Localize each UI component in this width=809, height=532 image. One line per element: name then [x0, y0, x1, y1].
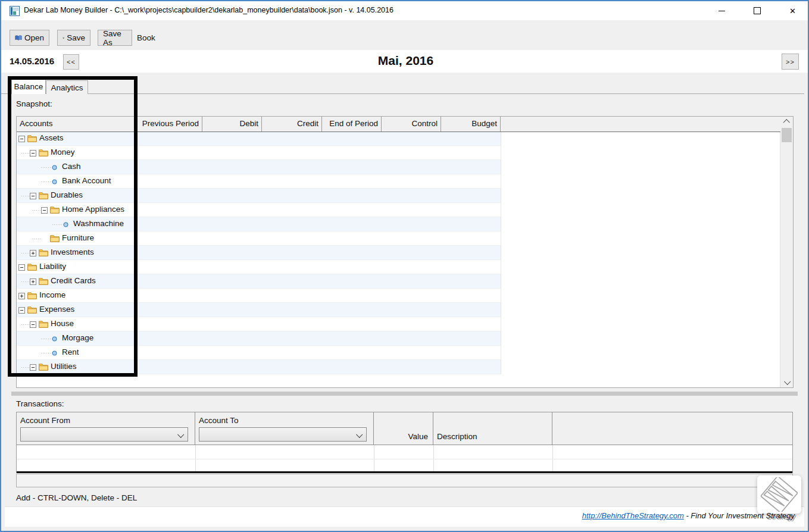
tree-row-expenses[interactable]: Expenses	[17, 303, 501, 317]
column-header-debit[interactable]: Debit	[202, 117, 262, 132]
toolbar: Open Save Save As Book	[1, 20, 808, 51]
tree-row-home-appliances[interactable]: Home Appliances	[17, 203, 501, 217]
tree-row-credit-cards[interactable]: Credit Cards	[17, 274, 501, 289]
tree-row-label: Liability	[39, 262, 66, 271]
column-header-budget[interactable]: Budget	[441, 117, 501, 132]
period-title: Mai, 2016	[1, 54, 809, 68]
tree-connector-line	[33, 239, 41, 239]
column-header-filler	[501, 117, 780, 132]
tree-row-label: Morgage	[62, 333, 93, 342]
tree-row-label: Washmachine	[73, 219, 124, 228]
column-header-accounts[interactable]: Accounts	[17, 117, 136, 132]
minimize-button[interactable]	[708, 1, 735, 20]
tree-row-label: Money	[51, 148, 75, 157]
behind-the-strategy-logo-icon	[761, 477, 798, 512]
folder-icon	[50, 206, 60, 214]
tree-row-label: Home Appliances	[62, 205, 124, 214]
header-value: Value	[374, 412, 433, 445]
collapse-minus-icon[interactable]	[41, 207, 48, 214]
tree-row-morgage[interactable]: Morgage	[17, 331, 501, 346]
tree-row-assets[interactable]: Assets	[17, 132, 501, 146]
combo-chevron-down-icon	[356, 431, 363, 438]
tree-row-income[interactable]: Income	[17, 289, 501, 303]
splitter-bar[interactable]	[11, 392, 798, 396]
tree-row-liability[interactable]: Liability	[17, 260, 501, 274]
snapshot-label: Snapshot:	[16, 99, 52, 108]
minimize-icon	[719, 11, 725, 11]
scroll-down-button[interactable]	[780, 377, 793, 387]
tree-row-washmachine[interactable]: Washmachine	[17, 217, 501, 231]
shortcut-hint: Add - CTRL-DOWN, Delete - DEL	[16, 493, 137, 502]
tree-row-cash[interactable]: Cash	[17, 160, 501, 174]
collapse-minus-icon[interactable]	[30, 364, 36, 371]
account-bullet-icon	[52, 336, 57, 342]
collapse-minus-icon[interactable]	[30, 193, 36, 199]
expand-plus-icon[interactable]	[30, 278, 36, 285]
horizontal-scrollbar[interactable]	[16, 474, 793, 487]
column-header-credit[interactable]: Credit	[262, 117, 322, 132]
tree-row-label: Income	[39, 290, 65, 299]
column-header-end-of-period[interactable]: End of Period	[322, 117, 382, 132]
close-icon: ✕	[789, 7, 796, 15]
tree-row-bank-account[interactable]: Bank Account	[17, 174, 501, 189]
expand-plus-icon[interactable]	[18, 293, 25, 299]
date-navigation-bar: 14.05.2016 << Mai, 2016 >>	[1, 50, 808, 73]
collapse-minus-icon[interactable]	[18, 136, 25, 142]
value-label: Value	[408, 432, 428, 441]
save-icon	[63, 33, 64, 42]
collapse-minus-icon[interactable]	[30, 321, 36, 328]
account-bullet-icon	[52, 165, 57, 170]
maximize-button[interactable]	[744, 1, 770, 20]
account-bullet-icon	[52, 179, 57, 184]
behind-the-strategy-link[interactable]: http://BehindTheStrategy.com	[582, 511, 684, 520]
tree-connector-line	[21, 281, 30, 282]
scroll-up-button[interactable]	[780, 117, 793, 127]
folder-icon	[27, 263, 37, 271]
tree-row-investments[interactable]: Investments	[17, 246, 501, 260]
header-account-from: Account From	[17, 412, 195, 445]
tree-row-money[interactable]: Money	[17, 146, 501, 160]
collapse-minus-icon[interactable]	[18, 264, 25, 271]
logo-card	[757, 475, 801, 514]
tab-balance[interactable]: Balance	[11, 79, 46, 94]
tree-row-durables[interactable]: Durables	[17, 189, 501, 203]
combo-chevron-down-icon	[177, 431, 184, 438]
account-from-combo[interactable]	[20, 427, 188, 442]
save-as-button[interactable]: Save As	[98, 30, 132, 46]
account-from-label: Account From	[20, 416, 70, 425]
column-header-control[interactable]: Control	[382, 117, 441, 132]
collapse-minus-icon[interactable]	[18, 307, 25, 314]
collapse-minus-icon[interactable]	[30, 150, 36, 157]
expand-plus-icon[interactable]	[30, 250, 36, 256]
grid-column-line	[501, 132, 501, 374]
row-divider	[17, 459, 792, 459]
next-period-button[interactable]: >>	[782, 54, 799, 70]
tree-row-label: Bank Account	[62, 176, 111, 185]
tree-row-rent[interactable]: Rent	[17, 346, 501, 360]
column-header-previous-period[interactable]: Previous Period	[136, 117, 202, 132]
scrollbar-thumb[interactable]	[782, 128, 792, 142]
vertical-scrollbar[interactable]	[780, 117, 793, 387]
tab-strip-border	[1, 93, 804, 94]
open-button[interactable]: Open	[10, 30, 49, 46]
tree-row-furniture[interactable]: Furniture	[17, 231, 501, 246]
account-to-label: Account To	[199, 416, 239, 425]
account-to-combo[interactable]	[199, 427, 367, 442]
tree-row-utilities[interactable]: Utilities	[17, 360, 501, 374]
account-bullet-icon	[63, 222, 68, 227]
save-button-label: Save	[67, 33, 85, 42]
folder-icon	[39, 277, 48, 285]
tree-row-label: Furniture	[62, 233, 94, 242]
chevron-down-icon	[784, 378, 791, 385]
close-button[interactable]: ✕	[779, 1, 806, 20]
folder-icon	[27, 134, 37, 142]
folder-icon	[27, 292, 37, 299]
header-filler	[552, 412, 792, 445]
save-button[interactable]: Save	[57, 30, 90, 46]
table-bottom-line	[17, 471, 792, 473]
transactions-label: Transactions:	[16, 399, 64, 408]
maximize-icon	[754, 7, 761, 14]
tree-row-house[interactable]: House	[17, 317, 501, 331]
tab-analytics[interactable]: Analytics	[46, 80, 88, 94]
application-window: Dekar Lab Money Builder - C:\_work\proje…	[0, 0, 809, 532]
